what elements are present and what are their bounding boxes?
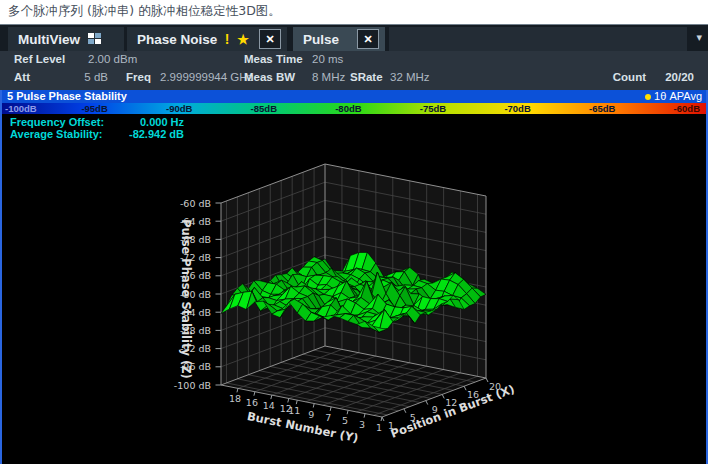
srate-label[interactable]: SRate bbox=[350, 71, 383, 83]
svg-text:11: 11 bbox=[288, 405, 300, 416]
svg-text:7: 7 bbox=[325, 412, 331, 423]
svg-text:Pulse Phase Stability (Z): Pulse Phase Stability (Z) bbox=[179, 219, 193, 379]
color-scale-bar: -100dB-95dB-90dB-85dB-80dB-75dB-70dB-65d… bbox=[2, 103, 706, 114]
ref-level-value[interactable]: 2.00 dBm bbox=[88, 53, 137, 65]
result-info: Frequency Offset: 0.000 Hz Average Stabi… bbox=[10, 116, 184, 140]
grid-icon bbox=[88, 33, 102, 45]
colorbar-label: -95dB bbox=[81, 103, 107, 114]
meas-time-value[interactable]: 20 ms bbox=[312, 53, 343, 65]
analyzer-app-frame: MultiView Phase Noise ! ★ ✕ Pulse ✕ ▾ Re… bbox=[0, 24, 708, 464]
svg-text:18: 18 bbox=[229, 393, 241, 404]
svg-text:9: 9 bbox=[308, 409, 314, 420]
freq-value[interactable]: 2.999999944 GHz bbox=[160, 71, 253, 83]
colorbar-label: -70dB bbox=[504, 103, 530, 114]
colorbar-label: -80dB bbox=[335, 103, 361, 114]
svg-text:-60 dB: -60 dB bbox=[180, 198, 211, 209]
star-icon: ★ bbox=[237, 32, 249, 47]
att-label[interactable]: Att bbox=[14, 71, 30, 83]
average-stability-label: Average Stability: bbox=[10, 128, 122, 140]
svg-text:16: 16 bbox=[246, 397, 258, 408]
colorbar-label: -85dB bbox=[251, 103, 277, 114]
srate-value[interactable]: 32 MHz bbox=[390, 71, 430, 83]
result-window-title: 5 Pulse Phase Stability bbox=[7, 90, 127, 103]
trace-dot-icon bbox=[645, 94, 651, 100]
average-stability-value: -82.942 dB bbox=[122, 128, 184, 140]
trace-legend-label: 1θ APAvg bbox=[654, 90, 702, 103]
tab-pulse-label: Pulse bbox=[293, 32, 339, 47]
result-window-titlebar[interactable]: 5 Pulse Phase Stability 1θ APAvg bbox=[2, 90, 706, 103]
tab-multiview[interactable]: MultiView bbox=[8, 27, 124, 51]
frequency-offset-label: Frequency Offset: bbox=[10, 116, 122, 128]
tab-multiview-label: MultiView bbox=[8, 32, 80, 47]
tab-phase-noise[interactable]: Phase Noise ! ★ ✕ bbox=[127, 27, 287, 51]
plot-area: -60 dB-64 dB-68 dB-72 dB-76 dB-80 dB-84 … bbox=[2, 114, 706, 464]
svg-text:-100 dB: -100 dB bbox=[174, 380, 211, 391]
meas-bw-value[interactable]: 8 MHz bbox=[312, 71, 345, 83]
tab-phase-noise-label: Phase Noise bbox=[127, 32, 217, 47]
att-value[interactable]: 5 dB bbox=[74, 71, 108, 83]
svg-text:1: 1 bbox=[376, 422, 382, 433]
meas-time-label[interactable]: Meas Time bbox=[244, 53, 303, 65]
close-tab-phase-noise-button[interactable]: ✕ bbox=[259, 29, 281, 49]
meas-bw-label[interactable]: Meas BW bbox=[244, 71, 295, 83]
count-value: 20/20 bbox=[665, 71, 694, 83]
close-tab-pulse-button[interactable]: ✕ bbox=[357, 29, 379, 49]
frequency-offset-value: 0.000 Hz bbox=[122, 116, 184, 128]
page-caption: 多个脉冲序列 (脉冲串) 的脉冲相位稳定性3D图。 bbox=[8, 3, 281, 20]
channel-tab-bar: MultiView Phase Noise ! ★ ✕ Pulse ✕ ▾ bbox=[0, 24, 708, 51]
surface-3d-chart: -60 dB-64 dB-68 dB-72 dB-76 dB-80 dB-84 … bbox=[2, 114, 706, 450]
svg-text:14: 14 bbox=[263, 400, 275, 411]
tab-pulse[interactable]: Pulse ✕ bbox=[293, 27, 385, 51]
alert-icon: ! bbox=[225, 31, 230, 47]
freq-label[interactable]: Freq bbox=[126, 71, 151, 83]
colorbar-label: -60dB bbox=[674, 103, 700, 114]
ref-level-label[interactable]: Ref Level bbox=[14, 53, 65, 65]
colorbar-label: -65dB bbox=[589, 103, 615, 114]
colorbar-label: -90dB bbox=[166, 103, 192, 114]
colorbar-label: -75dB bbox=[420, 103, 446, 114]
colorbar-label: -100dB bbox=[5, 103, 37, 114]
trace-legend: 1θ APAvg bbox=[645, 90, 702, 103]
count-label: Count bbox=[613, 71, 646, 83]
tab-strip-filler bbox=[389, 27, 687, 51]
screen: 多个脉冲序列 (脉冲串) 的脉冲相位稳定性3D图。 MultiView Phas… bbox=[0, 0, 708, 464]
svg-text:5: 5 bbox=[342, 415, 348, 426]
chevron-down-icon[interactable]: ▾ bbox=[696, 31, 702, 44]
result-window: 5 Pulse Phase Stability 1θ APAvg -100dB-… bbox=[0, 90, 708, 464]
measurement-settings-bar: Ref Level 2.00 dBm Meas Time 20 ms Att 5… bbox=[0, 51, 708, 90]
svg-text:3: 3 bbox=[359, 419, 365, 430]
